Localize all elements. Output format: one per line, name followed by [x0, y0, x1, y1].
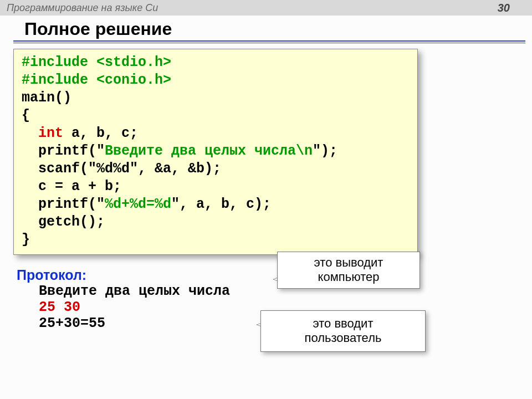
- code-line-1: #include <stdio.h>: [22, 54, 171, 70]
- callout-line: это вводит: [271, 316, 415, 331]
- code-line-9c: ", a, b, c);: [171, 196, 271, 212]
- callout-line: пользователь: [271, 331, 415, 345]
- callout-line: компьютер: [288, 270, 410, 284]
- code-line-5c: a, b, c;: [63, 125, 138, 141]
- title-rule: [13, 40, 525, 43]
- code-string-2: %d+%d=%d: [105, 196, 171, 212]
- code-block: #include <stdio.h> #include <conio.h> ma…: [13, 49, 418, 255]
- protocol-area: Протокол: Введите два целых числа 25 30 …: [17, 267, 532, 331]
- code-keyword-int: int: [38, 125, 63, 141]
- code-line-3: main(): [22, 90, 71, 106]
- protocol-title: Протокол: [17, 267, 82, 283]
- code-line-2: #include <conio.h>: [22, 72, 171, 88]
- protocol-colon: :: [82, 267, 86, 283]
- callout-line: это выводит: [288, 255, 410, 270]
- code-line-6a: printf(": [22, 143, 105, 159]
- header-title: Программирование на языке Си: [7, 2, 158, 14]
- slide-title: Полное решение: [24, 19, 532, 39]
- code-line-9a: printf(": [22, 196, 105, 212]
- callout-user-input: это вводит пользователь: [260, 310, 426, 352]
- code-line-8: c = a + b;: [22, 178, 121, 195]
- page-number: 30: [498, 2, 510, 14]
- code-line-5a: [22, 125, 38, 141]
- callout-computer-output: это выводит компьютер: [277, 252, 420, 289]
- code-line-7: scanf("%d%d", &a, &b);: [22, 161, 221, 177]
- code-line-10: getch();: [22, 214, 105, 230]
- code-string-1: Введите два целых числа\n: [105, 143, 313, 159]
- header-bar: Программирование на языке Си 30: [0, 0, 532, 16]
- code-line-11: }: [22, 232, 30, 248]
- code-line-4: {: [22, 108, 30, 124]
- code-line-6c: ");: [313, 143, 337, 159]
